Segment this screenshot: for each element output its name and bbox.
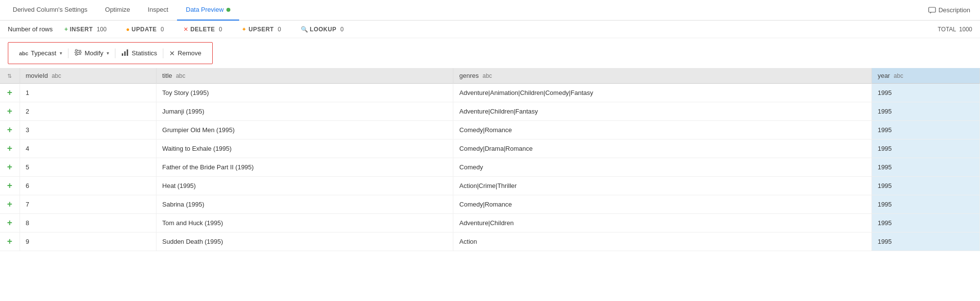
update-icon: ● — [126, 26, 130, 33]
insert-icon: + — [65, 26, 68, 33]
table-row: +3Grumpier Old Men (1995)Comedy|Romance1… — [0, 121, 980, 139]
col-header-year[interactable]: year abc — [871, 68, 980, 84]
typecast-chevron-icon: ▾ — [60, 50, 62, 56]
cell-genres: Adventure|Animation|Children|Comedy|Fant… — [453, 84, 871, 102]
cell-movieId: 1 — [20, 84, 156, 102]
col-header-title[interactable]: title abc — [156, 68, 453, 84]
toolbar-divider-1 — [68, 48, 68, 58]
stats-bar: Number of rows + INSERT 100 ● UPDATE 0 ✕… — [0, 21, 980, 38]
row-add-icon[interactable]: + — [0, 102, 20, 121]
delete-icon: ✕ — [183, 26, 188, 33]
lookup-stat: 🔍 LOOKUP 0 — [301, 26, 344, 33]
cell-year: 1995 — [871, 139, 980, 158]
modify-chevron-icon: ▾ — [107, 50, 109, 56]
table-row: +2Jumanji (1995)Adventure|Children|Fanta… — [0, 102, 980, 121]
cell-year: 1995 — [871, 102, 980, 121]
cell-title: Waiting to Exhale (1995) — [156, 139, 453, 158]
cell-year: 1995 — [871, 214, 980, 232]
table-row: +9Sudden Death (1995)Action1995 — [0, 232, 980, 251]
row-add-icon[interactable]: + — [0, 158, 20, 177]
cell-movieId: 3 — [20, 121, 156, 139]
statistics-icon — [121, 48, 129, 58]
table-row: +1Toy Story (1995)Adventure|Animation|Ch… — [0, 84, 980, 102]
cell-year: 1995 — [871, 121, 980, 139]
row-add-icon[interactable]: + — [0, 139, 20, 158]
table-row: +8Tom and Huck (1995)Adventure|Children1… — [0, 214, 980, 232]
cell-genres: Adventure|Children|Fantasy — [453, 102, 871, 121]
cell-movieId: 8 — [20, 214, 156, 232]
number-of-rows-label: Number of rows — [8, 25, 53, 33]
typecast-button[interactable]: abc Typecast ▾ — [14, 47, 67, 59]
row-add-icon[interactable]: + — [0, 84, 20, 102]
total-stat: TOTAL 1000 — [938, 26, 973, 33]
cell-genres: Comedy — [453, 158, 871, 177]
message-icon — [928, 6, 936, 14]
col-header-sort[interactable]: ⇅ — [0, 68, 20, 84]
data-preview-status-dot — [226, 8, 230, 12]
tab-derived-settings[interactable]: Derived Column's Settings — [4, 0, 96, 21]
cell-year: 1995 — [871, 84, 980, 102]
cell-movieId: 9 — [20, 232, 156, 251]
table-row: +5Father of the Bride Part II (1995)Come… — [0, 158, 980, 177]
data-table-container: ⇅ movieId abc title abc genres abc year … — [0, 68, 980, 251]
svg-point-4 — [75, 53, 77, 55]
cell-year: 1995 — [871, 195, 980, 214]
cell-movieId: 7 — [20, 195, 156, 214]
cell-genres: Action|Crime|Thriller — [453, 177, 871, 195]
row-add-icon[interactable]: + — [0, 177, 20, 195]
modify-icon — [74, 48, 82, 58]
delete-stat: ✕ DELETE 0 — [183, 26, 222, 33]
statistics-button[interactable]: Statistics — [116, 46, 162, 60]
row-add-icon[interactable]: + — [0, 195, 20, 214]
modify-button[interactable]: Modify ▾ — [69, 46, 114, 60]
insert-stat: + INSERT 100 — [65, 26, 107, 33]
cell-movieId: 4 — [20, 139, 156, 158]
cell-movieId: 2 — [20, 102, 156, 121]
svg-rect-0 — [929, 7, 935, 12]
description-button[interactable]: Description — [922, 6, 976, 14]
table-row: +7Sabrina (1995)Comedy|Romance1995 — [0, 195, 980, 214]
col-header-movieId[interactable]: movieId abc — [20, 68, 156, 84]
cell-movieId: 6 — [20, 177, 156, 195]
row-add-icon[interactable]: + — [0, 232, 20, 251]
cell-title: Tom and Huck (1995) — [156, 214, 453, 232]
tab-inspect[interactable]: Inspect — [139, 0, 177, 21]
col-header-genres[interactable]: genres abc — [453, 68, 871, 84]
cell-title: Heat (1995) — [156, 177, 453, 195]
cell-genres: Action — [453, 232, 871, 251]
table-header-row: ⇅ movieId abc title abc genres abc year … — [0, 68, 980, 84]
abc-icon: abc — [19, 50, 28, 56]
upsert-icon: ✦ — [242, 26, 246, 33]
table-row: +4Waiting to Exhale (1995)Comedy|Drama|R… — [0, 139, 980, 158]
tab-optimize[interactable]: Optimize — [96, 0, 139, 21]
cell-genres: Comedy|Romance — [453, 195, 871, 214]
cell-title: Sabrina (1995) — [156, 195, 453, 214]
cell-title: Jumanji (1995) — [156, 102, 453, 121]
cell-movieId: 5 — [20, 158, 156, 177]
update-stat: ● UPDATE 0 — [126, 26, 164, 33]
cell-genres: Adventure|Children — [453, 214, 871, 232]
cell-year: 1995 — [871, 232, 980, 251]
sort-icon: ⇅ — [7, 73, 12, 79]
row-add-icon[interactable]: + — [0, 121, 20, 139]
column-toolbar: abc Typecast ▾ Modify ▾ Statistic — [8, 42, 213, 64]
svg-point-2 — [75, 49, 77, 51]
tab-data-preview[interactable]: Data Preview — [177, 0, 239, 21]
remove-button[interactable]: ✕ Remove — [164, 47, 206, 59]
data-table: ⇅ movieId abc title abc genres abc year … — [0, 68, 980, 251]
cell-genres: Comedy|Romance — [453, 121, 871, 139]
remove-x-icon: ✕ — [169, 49, 175, 57]
cell-title: Sudden Death (1995) — [156, 232, 453, 251]
cell-year: 1995 — [871, 158, 980, 177]
cell-title: Father of the Bride Part II (1995) — [156, 158, 453, 177]
svg-rect-9 — [124, 51, 126, 56]
cell-title: Toy Story (1995) — [156, 84, 453, 102]
toolbar-divider-3 — [163, 48, 163, 58]
lookup-icon: 🔍 — [301, 26, 308, 33]
table-row: +6Heat (1995)Action|Crime|Thriller1995 — [0, 177, 980, 195]
top-navigation: Derived Column's Settings Optimize Inspe… — [0, 0, 980, 21]
toolbar-divider-2 — [115, 48, 115, 58]
svg-rect-8 — [122, 53, 123, 56]
row-add-icon[interactable]: + — [0, 214, 20, 232]
svg-point-3 — [79, 51, 81, 53]
